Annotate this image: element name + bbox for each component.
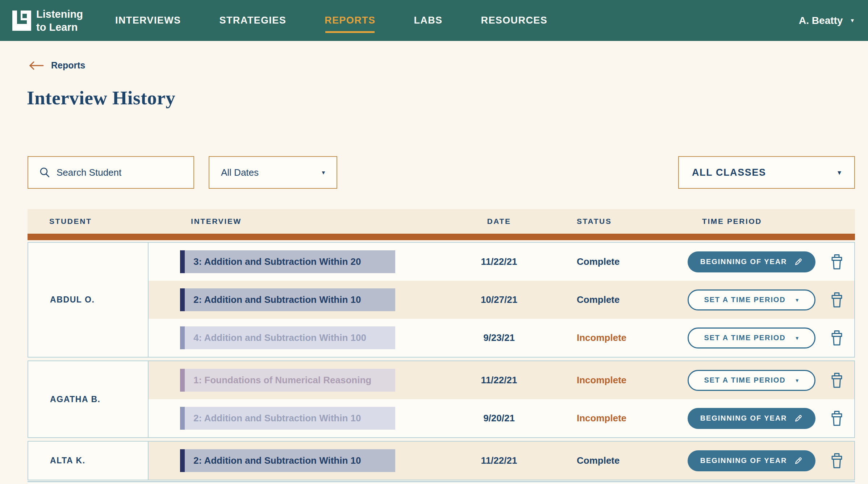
time-period-button[interactable]: SET A TIME PERIOD ▾ [688, 289, 815, 310]
interview-pill[interactable]: 3: Addition and Subtraction Within 20 [180, 250, 395, 273]
group-rows: 3: Addition and Subtraction Within 20 11… [149, 243, 854, 357]
student-group: ALTA K. 2: Addition and Subtraction With… [28, 441, 855, 480]
time-period-cell: SET A TIME PERIOD ▾ [665, 289, 854, 310]
interview-pill[interactable]: 1: Foundations of Numerical Reasoning [180, 369, 395, 392]
back-arrow-icon [29, 61, 44, 70]
chevron-down-icon: ▾ [838, 168, 841, 177]
breadcrumb-label: Reports [51, 60, 85, 71]
nav-item-strategies[interactable]: STRATEGIES [220, 15, 287, 26]
delete-interview-button[interactable] [830, 453, 843, 469]
search-input[interactable] [57, 167, 180, 178]
brand-line1: Listening [36, 8, 83, 21]
interview-date: 11/22/21 [481, 256, 517, 267]
time-period-button[interactable]: BEGINNING OF YEAR [688, 251, 815, 272]
time-period-label: BEGINNING OF YEAR [700, 414, 787, 422]
interview-cell: 2: Addition and Subtraction Within 10 [149, 407, 451, 430]
date-filter-dropdown[interactable]: All Dates ▾ [209, 156, 337, 189]
interview-label: 3: Addition and Subtraction Within 20 [193, 256, 361, 267]
caret-down-icon: ▾ [796, 335, 799, 341]
caret-down-icon: ▾ [796, 297, 799, 303]
interview-row: 2: Addition and Subtraction Within 10 9/… [149, 399, 854, 437]
student-cell: ABDUL O. [28, 243, 149, 357]
delete-interview-button[interactable] [830, 254, 843, 270]
interview-row: 2: Addition and Subtraction Within 10 11… [149, 442, 854, 480]
caret-down-icon: ▾ [796, 377, 799, 383]
brand-line2: to Learn [36, 21, 83, 34]
column-header-interview: INTERVIEW [149, 217, 451, 226]
nav-item-reports[interactable]: REPORTS [325, 15, 375, 26]
logo-link[interactable]: Listening to Learn [12, 0, 83, 41]
interview-pill-bar [180, 407, 185, 430]
student-cell: ALTA K. [28, 442, 149, 480]
date-filter-value: All Dates [221, 167, 259, 178]
column-header-student: STUDENT [28, 217, 149, 226]
chevron-down-icon: ▾ [851, 17, 854, 24]
interview-pill-bar [180, 449, 185, 472]
pencil-icon [793, 257, 803, 267]
group-rows: 2: Addition and Subtraction Within 10 11… [149, 442, 854, 480]
student-group: ABDUL O. 3: Addition and Subtraction Wit… [28, 242, 855, 358]
column-header-time-period: TIME PERIOD [665, 217, 855, 226]
interview-cell: 1: Foundations of Numerical Reasoning [149, 369, 451, 392]
student-name: ABDUL O. [50, 295, 95, 305]
pencil-icon [793, 456, 803, 466]
time-period-button[interactable]: BEGINNING OF YEAR [688, 408, 815, 429]
column-header-date: DATE [487, 217, 511, 226]
time-period-button[interactable]: SET A TIME PERIOD ▾ [688, 327, 815, 349]
class-filter-dropdown[interactable]: ALL CLASSES ▾ [678, 156, 855, 189]
trash-icon [830, 292, 843, 308]
status-text: Complete [547, 455, 665, 466]
delete-interview-button[interactable] [830, 410, 843, 426]
top-nav: Listening to Learn INTERVIEWS STRATEGIES… [0, 0, 868, 41]
student-group: AGATHA B. 1: Foundations of Numerical Re… [28, 360, 855, 438]
interview-pill-bar [180, 288, 185, 311]
time-period-label: BEGINNING OF YEAR [700, 258, 787, 266]
nav-item-interviews[interactable]: INTERVIEWS [115, 15, 181, 26]
interview-cell: 2: Addition and Subtraction Within 10 [149, 288, 451, 311]
primary-nav: INTERVIEWS STRATEGIES REPORTS LABS RESOU… [115, 0, 547, 41]
nav-item-labs[interactable]: LABS [414, 15, 442, 26]
time-period-label: BEGINNING OF YEAR [700, 456, 787, 465]
interview-label: 2: Addition and Subtraction Within 10 [193, 294, 361, 305]
interview-row: 4: Addition and Subtraction Within 100 9… [149, 319, 854, 357]
time-period-cell: BEGINNING OF YEAR [665, 251, 854, 272]
interview-date: 10/27/21 [481, 294, 517, 305]
time-period-label: SET A TIME PERIOD [704, 376, 785, 384]
delete-interview-button[interactable] [830, 330, 843, 346]
interview-label: 1: Foundations of Numerical Reasoning [193, 375, 371, 386]
time-period-cell: BEGINNING OF YEAR [665, 408, 854, 429]
page-title: Interview History [27, 87, 175, 109]
brand-name: Listening to Learn [36, 8, 83, 34]
time-period-button[interactable]: BEGINNING OF YEAR [688, 450, 815, 471]
status-text: Incomplete [547, 375, 665, 386]
interview-pill[interactable]: 2: Addition and Subtraction Within 10 [180, 407, 395, 430]
listening-to-learn-logo-icon [12, 11, 31, 31]
delete-interview-button[interactable] [830, 372, 843, 388]
student-name: ALTA K. [50, 456, 85, 466]
nav-item-resources[interactable]: RESOURCES [481, 15, 548, 26]
table-groups: ABDUL O. 3: Addition and Subtraction Wit… [28, 242, 855, 480]
class-filter-value: ALL CLASSES [692, 167, 766, 178]
breadcrumb-back[interactable]: Reports [29, 60, 85, 71]
delete-interview-button[interactable] [830, 292, 843, 308]
time-period-label: SET A TIME PERIOD [704, 296, 785, 304]
user-menu[interactable]: A. Beatty ▾ [799, 0, 854, 41]
interview-pill[interactable]: 4: Addition and Subtraction Within 100 [180, 326, 395, 349]
interview-pill[interactable]: 2: Addition and Subtraction Within 10 [180, 288, 395, 311]
interview-pill-bar [180, 326, 185, 349]
time-period-cell: BEGINNING OF YEAR [665, 450, 854, 471]
trash-icon [830, 410, 843, 426]
chevron-down-icon: ▾ [322, 169, 325, 176]
interview-pill[interactable]: 2: Addition and Subtraction Within 10 [180, 449, 395, 472]
interview-label: 2: Addition and Subtraction Within 10 [193, 413, 361, 424]
time-period-button[interactable]: SET A TIME PERIOD ▾ [688, 370, 815, 391]
user-name: A. Beatty [799, 15, 843, 26]
interview-pill-bar [180, 369, 185, 392]
interview-cell: 4: Addition and Subtraction Within 100 [149, 326, 451, 349]
interview-cell: 3: Addition and Subtraction Within 20 [149, 250, 451, 273]
status-text: Complete [547, 256, 665, 267]
interview-date: 11/22/21 [481, 375, 517, 386]
interview-date: 9/23/21 [483, 332, 515, 343]
student-search-box [28, 156, 194, 189]
trash-icon [830, 453, 843, 469]
